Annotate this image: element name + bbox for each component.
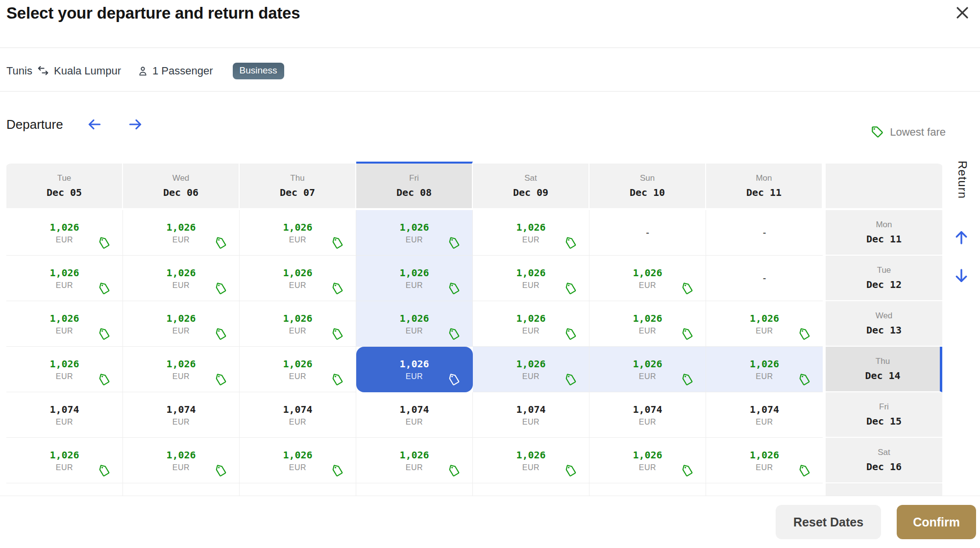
fare-cell[interactable]: 1,026EUR xyxy=(473,256,589,301)
fare-calendar-matrix: TueDec 05WedDec 06ThuDec 07FriDec 08SatD… xyxy=(6,162,942,496)
fare-price: 1,074 xyxy=(516,404,545,415)
fare-cell[interactable]: 1,074EUR xyxy=(356,392,473,438)
lowest-fare-tag-icon xyxy=(330,327,345,342)
return-row-header[interactable]: SatDec 16 xyxy=(826,438,942,483)
fare-cell[interactable]: 1,026EUR xyxy=(473,347,589,392)
fare-cell[interactable]: 1,026EUR xyxy=(6,347,123,392)
fare-cell[interactable]: 1,026EUR xyxy=(240,347,356,392)
fare-price: 1,026 xyxy=(516,358,545,370)
fare-cell[interactable]: 1,026EUR xyxy=(240,301,356,347)
fare-cell[interactable]: 1,026EUR xyxy=(123,438,240,483)
fare-cell[interactable]: 1,026EUR xyxy=(240,210,356,256)
fare-cell[interactable]: 1,074EUR xyxy=(6,392,123,438)
fare-cell[interactable]: 1,026EUR xyxy=(589,347,706,392)
fare-price: 1,026 xyxy=(283,267,312,279)
departure-header-row: TueDec 05WedDec 06ThuDec 07FriDec 08SatD… xyxy=(6,162,942,208)
fare-cell[interactable]: 1,074EUR xyxy=(589,392,706,438)
fare-cell[interactable]: 1,026EUR xyxy=(706,347,823,392)
fare-cell[interactable]: - xyxy=(706,256,823,301)
return-day: Mon xyxy=(876,220,892,230)
fare-cell[interactable]: 1,026EUR xyxy=(356,210,473,256)
fare-cell[interactable]: 1,026EUR xyxy=(123,483,240,496)
fare-cell[interactable]: 1,026EUR xyxy=(240,483,356,496)
departure-next-button[interactable] xyxy=(126,117,145,132)
fare-cell[interactable]: 1,074EUR xyxy=(123,392,240,438)
fare-cell[interactable]: 1,026EUR xyxy=(356,438,473,483)
fare-cell[interactable]: 1,026EUR xyxy=(706,301,823,347)
departure-prev-button[interactable] xyxy=(85,117,104,132)
fare-cell[interactable]: 1,026EUR xyxy=(473,438,589,483)
fare-cell[interactable]: 1,026EUR xyxy=(240,438,356,483)
close-button[interactable] xyxy=(953,3,972,23)
confirm-button[interactable]: Confirm xyxy=(897,505,976,539)
fare-cell[interactable]: - xyxy=(589,210,706,256)
fare-cell[interactable]: 1,026EUR xyxy=(6,483,123,496)
return-next-button[interactable] xyxy=(953,266,970,285)
fare-currency: EUR xyxy=(289,327,306,335)
header-divider xyxy=(0,48,980,48)
fare-currency: EUR xyxy=(522,372,539,381)
column-day: Sun xyxy=(640,173,655,183)
fare-currency: EUR xyxy=(406,281,423,290)
fare-cell[interactable]: 1,026EUR xyxy=(6,301,123,347)
fare-cell[interactable]: 1,074EUR xyxy=(706,392,823,438)
fare-cell[interactable]: 1,026EUR xyxy=(123,256,240,301)
return-row-header[interactable]: WedDec 13 xyxy=(826,301,942,347)
fare-price: 1,026 xyxy=(750,358,779,370)
fare-price: 1,026 xyxy=(166,221,196,233)
fare-cell[interactable]: 1,026EUR xyxy=(240,256,356,301)
return-row-header[interactable]: MonDec 11 xyxy=(826,210,942,256)
fare-currency: EUR xyxy=(289,236,306,244)
fare-cell[interactable]: 1,026EUR xyxy=(589,301,706,347)
fare-cell[interactable]: 1,026EUR xyxy=(356,347,473,392)
fare-price: 1,026 xyxy=(49,358,79,370)
fare-cell[interactable]: 1,026EUR xyxy=(123,347,240,392)
fare-currency: EUR xyxy=(756,327,773,335)
return-row-header[interactable]: ThuDec 14 xyxy=(826,347,942,392)
reset-dates-button[interactable]: Reset Dates xyxy=(776,505,881,539)
return-day: Sat xyxy=(878,448,890,457)
fare-price: - xyxy=(763,227,766,238)
lowest-fare-tag-icon xyxy=(97,281,112,297)
fare-currency: EUR xyxy=(406,327,423,335)
return-row-header[interactable]: TueDec 12 xyxy=(826,256,942,301)
fare-currency: EUR xyxy=(639,463,656,472)
fare-cell[interactable]: 1,026EUR xyxy=(356,301,473,347)
modal-footer: Reset Dates Confirm xyxy=(0,496,980,548)
fare-cell[interactable]: 1,026EUR xyxy=(706,483,823,496)
fare-cell[interactable]: 1,074EUR xyxy=(240,392,356,438)
fare-price: 1,026 xyxy=(633,449,662,461)
fare-price: 1,026 xyxy=(166,267,196,279)
section-divider xyxy=(0,91,980,92)
matrix-row: 1,026EUR1,026EUR1,026EUR1,026EUR1,026EUR… xyxy=(6,483,942,496)
fare-price: 1,026 xyxy=(49,267,79,279)
fare-cell[interactable]: 1,026EUR xyxy=(589,256,706,301)
return-row-header[interactable]: FriDec 15 xyxy=(826,392,942,438)
fare-cell[interactable]: 1,026EUR xyxy=(473,483,589,496)
fare-cell[interactable]: 1,026EUR xyxy=(706,438,823,483)
fare-cell[interactable]: 1,026EUR xyxy=(6,256,123,301)
fare-price: 1,026 xyxy=(166,312,196,324)
return-prev-button[interactable] xyxy=(953,228,970,247)
fare-cell[interactable]: 1,026EUR xyxy=(356,256,473,301)
lowest-fare-tag-icon xyxy=(797,327,812,342)
fare-cell[interactable]: 1,026EUR xyxy=(6,438,123,483)
fare-cell[interactable]: 1,026EUR xyxy=(123,210,240,256)
matrix-row: 1,026EUR1,026EUR1,026EUR1,026EUR1,026EUR… xyxy=(6,438,942,483)
fare-cell[interactable]: 1,026EUR xyxy=(589,438,706,483)
arrow-down-icon xyxy=(953,266,970,285)
return-row-header[interactable]: Sun xyxy=(826,483,942,496)
fare-currency: EUR xyxy=(522,327,539,335)
fare-cell[interactable]: 1,026EUR xyxy=(473,210,589,256)
fare-cell[interactable]: 1,026EUR xyxy=(473,301,589,347)
fare-currency: EUR xyxy=(172,372,190,381)
fare-cell[interactable]: - xyxy=(706,210,823,256)
fare-currency: EUR xyxy=(289,463,306,472)
fare-currency: EUR xyxy=(639,281,656,290)
fare-cell[interactable]: 1,074EUR xyxy=(473,392,589,438)
fare-cell[interactable]: 1,026EUR xyxy=(6,210,123,256)
fare-cell[interactable]: 1,026EUR xyxy=(589,483,706,496)
fare-cell[interactable]: 1,026EUR xyxy=(123,301,240,347)
passenger-count: 1 Passenger xyxy=(152,65,213,77)
fare-cell[interactable]: 1,026EUR xyxy=(356,483,473,496)
